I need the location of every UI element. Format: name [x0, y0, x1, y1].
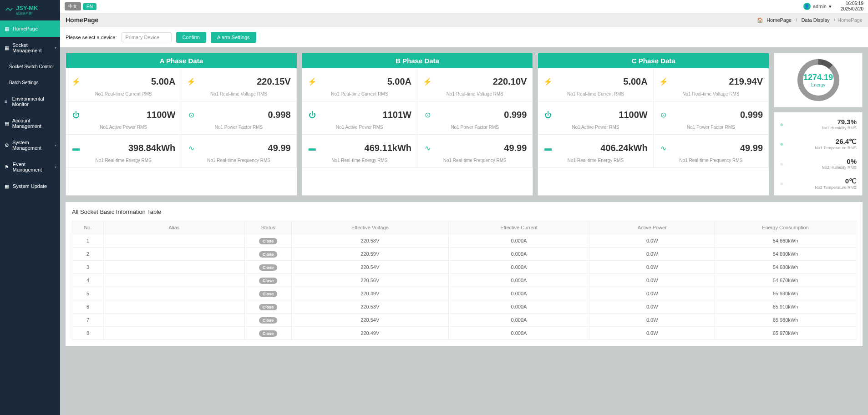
logo-brand: JSY-MK	[16, 5, 38, 11]
metric-cell: ▬398.84kWhNo1 Real-time Energy RMS	[66, 135, 181, 168]
logo: JSY-MK 健思研科技	[0, 0, 60, 20]
nav-account[interactable]: ▤Account Management	[0, 112, 60, 134]
nav-socket-switch-label: Socket Switch Control	[9, 64, 54, 69]
crumb-current: HomePage	[838, 17, 863, 23]
phase-row: A Phase Data⚡5.00ANo1 Real-time Current …	[66, 53, 863, 196]
table-row: 2 Close 220.59V 0.000A 0.0W 54.690kWh	[72, 248, 856, 261]
phase-card: A Phase Data⚡5.00ANo1 Real-time Current …	[66, 53, 297, 196]
metric-value: 220.10V	[493, 76, 527, 87]
flag-icon: ⚑	[5, 164, 10, 170]
cell-energy: 65.910kWh	[715, 300, 856, 314]
cell-power: 0.0W	[589, 287, 715, 300]
socket-table-card: All Socket Basic Information Table No.Al…	[66, 202, 863, 346]
logo-sub: 健思研科技	[16, 11, 38, 16]
table-row: 7 Close 220.54V 0.000A 0.0W 65.980kWh	[72, 314, 856, 327]
status-badge: Close	[259, 251, 278, 258]
cell-status: Close	[244, 274, 291, 287]
cell-no: 7	[72, 314, 104, 327]
date: 2025/02/20	[841, 6, 863, 12]
metric-label: No1 Power Factor RMS	[659, 125, 763, 130]
chevron-down-icon: ▾	[55, 46, 56, 50]
metric-value: 219.94V	[729, 76, 763, 87]
nav-batch[interactable]: Batch Settings	[0, 75, 60, 91]
metric-label: No1 Real-time Frequency RMS	[423, 158, 527, 163]
metric-cell: ⊙0.999No1 Power Factor RMS	[417, 101, 533, 135]
table-header: Status	[244, 221, 291, 234]
metric-label: No1 Real-time Voltage RMS	[659, 91, 763, 96]
metric-label: No1 Real-time Voltage RMS	[187, 91, 290, 96]
table-row: 3 Close 220.54V 0.000A 0.0W 54.680kWh	[72, 261, 856, 274]
device-select[interactable]: Primary Device	[122, 32, 172, 42]
env-row: ● 79.3% No1 Humidity RMS	[774, 114, 862, 134]
cell-voltage: 220.49V	[292, 287, 448, 300]
env-label: No1 Humidity RMS	[789, 126, 857, 130]
wave-icon: ∿	[659, 144, 668, 152]
confirm-button[interactable]: Confirm	[176, 32, 207, 43]
cell-alias	[103, 287, 244, 300]
grid-icon: ▦	[5, 183, 10, 189]
status-badge: Close	[259, 330, 278, 337]
user-menu[interactable]: 👤 admin ▾	[803, 3, 832, 10]
nav-system[interactable]: ⚙System Management▾	[0, 134, 60, 156]
alarm-settings-button[interactable]: Alarm Settings	[211, 32, 256, 43]
cell-energy: 54.680kWh	[715, 261, 856, 274]
drop-icon: ●	[780, 121, 789, 128]
metric-value: 1101W	[383, 110, 411, 120]
cell-current: 0.000A	[448, 261, 589, 274]
status-badge: Close	[259, 304, 278, 310]
cell-no: 3	[72, 261, 104, 274]
metric-value: 406.24kWh	[600, 143, 647, 153]
nav-socket-mgmt[interactable]: ▦Socket Management▾	[0, 37, 60, 59]
nav-update[interactable]: ▦System Update	[0, 178, 60, 194]
cell-voltage: 220.54V	[292, 314, 448, 327]
energy-gauge-card: 1274.19 Energy	[774, 53, 863, 107]
nav-event[interactable]: ⚑Event Management▾	[0, 156, 60, 178]
status-badge: Close	[259, 291, 278, 297]
nav-socket-switch[interactable]: Socket Switch Control	[0, 59, 60, 75]
chevron-down-icon: ▾	[55, 165, 56, 169]
metric-label: No1 Active Power RMS	[543, 125, 647, 130]
gauge-icon: ⊙	[659, 111, 668, 119]
filter-bar: Please select a device: Primary Device C…	[60, 27, 868, 47]
metric-label: No1 Active Power RMS	[308, 125, 411, 130]
power-icon: ⏻	[543, 111, 553, 119]
breadcrumb-bar: HomePage 🏠 HomePage / Data Display / Hom…	[60, 13, 868, 27]
cell-current: 0.000A	[448, 287, 589, 300]
cell-power: 0.0W	[589, 248, 715, 261]
grid-icon: ▦	[5, 45, 10, 51]
bolt-icon: ⚡	[659, 77, 668, 86]
cell-alias	[103, 314, 244, 327]
cell-power: 0.0W	[589, 314, 715, 327]
metric-cell: ⚡5.00ANo1 Real-time Current RMS	[66, 68, 181, 101]
metric-value: 5.00A	[623, 76, 647, 87]
cell-energy: 65.970kWh	[715, 327, 856, 340]
cell-current: 0.000A	[448, 248, 589, 261]
cell-status: Close	[244, 300, 291, 314]
cell-voltage: 220.54V	[292, 261, 448, 274]
table-header: Effective Current	[448, 221, 589, 234]
metric-label: No1 Real-time Current RMS	[543, 91, 647, 96]
datetime: 16:06:19 2025/02/20	[841, 1, 863, 12]
crumb-datadisplay[interactable]: Data Display	[801, 17, 829, 23]
cell-alias	[103, 327, 244, 340]
status-badge: Close	[259, 278, 278, 284]
cell-voltage: 220.56V	[292, 274, 448, 287]
metric-label: No1 Real-time Energy RMS	[543, 158, 647, 163]
wave-icon: ∿	[423, 144, 432, 152]
lang-zh-button[interactable]: 中文	[65, 2, 81, 10]
cell-power: 0.0W	[589, 261, 715, 274]
metric-cell: ⊙0.999No1 Power Factor RMS	[654, 101, 769, 135]
env-row: ● 0% No2 Humidity RMS	[774, 154, 862, 173]
cell-voltage: 220.49V	[292, 327, 448, 340]
lang-en-button[interactable]: EN	[83, 3, 96, 10]
env-value: 26.4℃	[789, 137, 857, 146]
nav-home[interactable]: ▦HomePage	[0, 20, 60, 37]
cell-power: 0.0W	[589, 327, 715, 340]
metric-cell: ∿49.99No1 Real-time Frequency RMS	[417, 135, 533, 168]
nav-env[interactable]: ≡Environmental Monitor	[0, 91, 60, 112]
user-icon: 👤	[803, 3, 811, 10]
battery-icon: ▬	[71, 144, 81, 152]
topbar: 中文 EN 👤 admin ▾ 16:06:19 2025/02/20	[60, 0, 868, 13]
socket-table: No.AliasStatusEffective VoltageEffective…	[72, 221, 856, 340]
crumb-home[interactable]: HomePage	[766, 17, 792, 23]
